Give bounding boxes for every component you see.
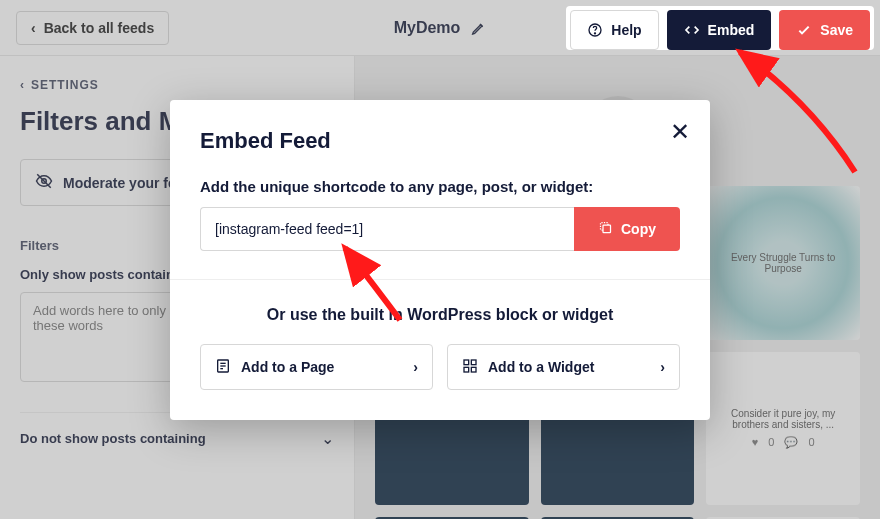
chevron-down-icon[interactable]: ⌄ [321, 429, 334, 448]
code-icon [684, 22, 700, 38]
chevron-right-icon: › [660, 359, 665, 375]
back-to-feeds-button[interactable]: ‹ Back to all feeds [16, 11, 169, 45]
settings-back-link[interactable]: ‹ SETTINGS [20, 78, 334, 92]
save-button[interactable]: Save [779, 10, 870, 50]
modal-instruction: Add the unique shortcode to any page, po… [200, 178, 680, 195]
help-label: Help [611, 22, 641, 38]
do-not-show-label: Do not show posts containing [20, 431, 206, 446]
comment-count: 0 [808, 436, 814, 449]
tile-footer: ♥0💬0 [752, 436, 815, 449]
help-button[interactable]: Help [570, 10, 658, 50]
feed-tile[interactable]: Consider it pure joy, my brothers and si… [706, 352, 860, 506]
page-icon [215, 358, 231, 377]
add-to-widget-button[interactable]: Add to a Widget › [447, 344, 680, 390]
embed-button[interactable]: Embed [667, 10, 772, 50]
chevron-left-icon: ‹ [31, 20, 36, 36]
feed-title: MyDemo [394, 19, 487, 37]
widget-icon [462, 358, 478, 377]
shortcode-input[interactable] [200, 207, 574, 251]
check-icon [796, 22, 812, 38]
modal-title: Embed Feed [200, 128, 680, 154]
eye-off-icon [35, 172, 53, 193]
edit-name-icon[interactable] [470, 20, 486, 36]
feed-name-text: MyDemo [394, 19, 461, 37]
add-to-page-button[interactable]: Add to a Page › [200, 344, 433, 390]
copy-label: Copy [621, 221, 656, 237]
or-label: Or use the built in WordPress block or w… [200, 306, 680, 324]
svg-rect-12 [471, 367, 476, 372]
tile-caption: Consider it pure joy, my brothers and si… [716, 408, 850, 430]
add-page-label: Add to a Page [241, 359, 334, 375]
feed-tile[interactable]: Every Struggle Turns to Purpose [706, 186, 860, 340]
help-icon [587, 22, 603, 38]
top-actions: Help Embed Save [566, 6, 874, 50]
back-label: Back to all feeds [44, 20, 155, 36]
svg-rect-9 [464, 360, 469, 365]
svg-rect-4 [603, 225, 611, 233]
svg-rect-11 [464, 367, 469, 372]
chevron-left-icon: ‹ [20, 78, 25, 92]
close-icon[interactable]: ✕ [670, 118, 690, 146]
svg-rect-10 [471, 360, 476, 365]
like-count: 0 [768, 436, 774, 449]
chevron-right-icon: › [413, 359, 418, 375]
comment-icon: 💬 [784, 436, 798, 449]
heart-icon: ♥ [752, 436, 759, 449]
embed-modal: ✕ Embed Feed Add the unique shortcode to… [170, 100, 710, 420]
tile-caption: Every Struggle Turns to Purpose [716, 252, 850, 274]
save-label: Save [820, 22, 853, 38]
add-widget-label: Add to a Widget [488, 359, 594, 375]
svg-point-1 [595, 33, 596, 34]
copy-icon [598, 220, 613, 238]
settings-label: SETTINGS [31, 78, 99, 92]
copy-button[interactable]: Copy [574, 207, 680, 251]
embed-label: Embed [708, 22, 755, 38]
